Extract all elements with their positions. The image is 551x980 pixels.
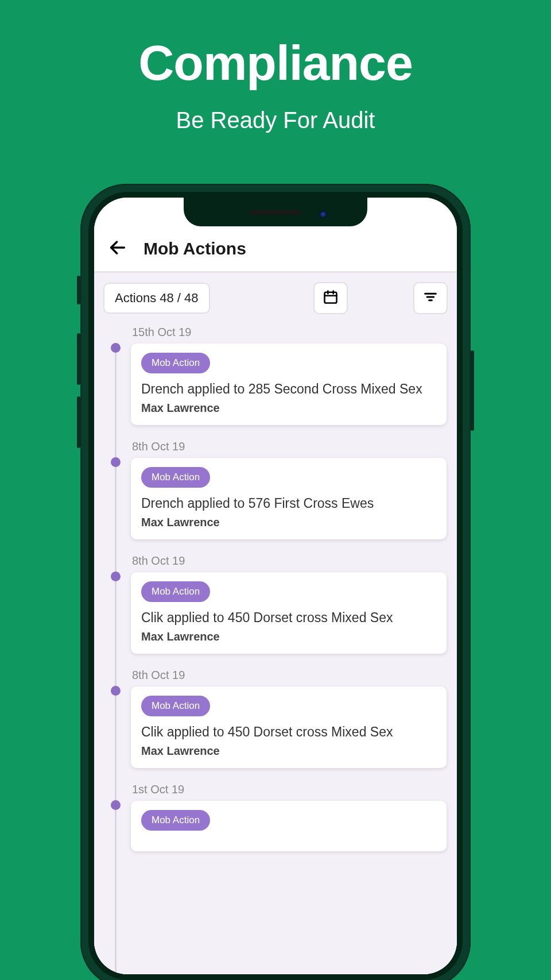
entry-description: Clik applied to 450 Dorset cross Mixed S… xyxy=(141,723,436,741)
timeline-dot xyxy=(111,572,121,581)
timeline-dot xyxy=(111,686,121,696)
svg-rect-1 xyxy=(325,292,337,303)
phone-side-button xyxy=(77,396,80,448)
entry-type-pill: Mob Action xyxy=(141,467,210,488)
hero-banner: Compliance Be Ready For Audit xyxy=(0,0,551,133)
phone-frame: Mob Actions Actions 48 / 48 xyxy=(80,184,471,980)
entry-author: Max Lawrence xyxy=(141,402,436,415)
entry-card[interactable]: Mob Action Clik applied to 450 Dorset cr… xyxy=(131,572,447,654)
timeline-entry[interactable]: 8th Oct 19 Mob Action Clik applied to 45… xyxy=(115,550,457,664)
entry-type-pill: Mob Action xyxy=(141,353,210,373)
entry-author: Max Lawrence xyxy=(141,630,436,643)
timeline-dot xyxy=(111,800,121,810)
filter-icon xyxy=(422,289,439,307)
back-arrow-icon[interactable] xyxy=(108,238,127,260)
entry-author: Max Lawrence xyxy=(141,516,436,529)
timeline[interactable]: 15th Oct 19 Mob Action Drench applied to… xyxy=(94,321,457,974)
entry-card[interactable]: Mob Action xyxy=(131,801,447,851)
phone-side-button xyxy=(77,276,80,304)
timeline-entry[interactable]: 8th Oct 19 Mob Action Clik applied to 45… xyxy=(115,664,457,778)
timeline-dot xyxy=(111,457,121,467)
entry-description: Drench applied to 576 First Cross Ewes xyxy=(141,495,436,512)
hero-subtitle: Be Ready For Audit xyxy=(0,107,551,133)
entry-date: 8th Oct 19 xyxy=(132,554,447,568)
entry-date: 1st Oct 19 xyxy=(132,783,447,796)
entry-type-pill: Mob Action xyxy=(141,810,210,831)
entry-description: Drench applied to 285 Second Cross Mixed… xyxy=(141,380,436,398)
entry-date: 8th Oct 19 xyxy=(132,669,447,682)
phone-notch xyxy=(184,198,367,226)
entry-card[interactable]: Mob Action Drench applied to 576 First C… xyxy=(131,458,447,539)
phone-side-button xyxy=(77,333,80,385)
entry-date: 15th Oct 19 xyxy=(132,326,447,339)
timeline-entry[interactable]: 15th Oct 19 Mob Action Drench applied to… xyxy=(115,321,457,435)
toolbar: Actions 48 / 48 xyxy=(94,273,457,321)
entry-type-pill: Mob Action xyxy=(141,696,210,716)
page-title: Mob Actions xyxy=(143,239,246,258)
actions-counter-chip[interactable]: Actions 48 / 48 xyxy=(103,283,210,314)
entry-type-pill: Mob Action xyxy=(141,581,210,602)
entry-card[interactable]: Mob Action Clik applied to 450 Dorset cr… xyxy=(131,686,447,768)
timeline-entry[interactable]: 1st Oct 19 Mob Action xyxy=(115,778,457,862)
timeline-entry[interactable]: 8th Oct 19 Mob Action Drench applied to … xyxy=(115,435,457,550)
entry-description: Clik applied to 450 Dorset cross Mixed S… xyxy=(141,609,436,627)
filter-button[interactable] xyxy=(413,282,448,314)
timeline-dot xyxy=(111,343,121,353)
calendar-button[interactable] xyxy=(313,282,348,314)
entry-card[interactable]: Mob Action Drench applied to 285 Second … xyxy=(131,344,447,425)
phone-side-button xyxy=(471,350,474,431)
entry-author: Max Lawrence xyxy=(141,744,436,758)
entry-date: 8th Oct 19 xyxy=(132,440,447,453)
hero-title: Compliance xyxy=(0,34,551,91)
calendar-icon xyxy=(323,289,339,307)
